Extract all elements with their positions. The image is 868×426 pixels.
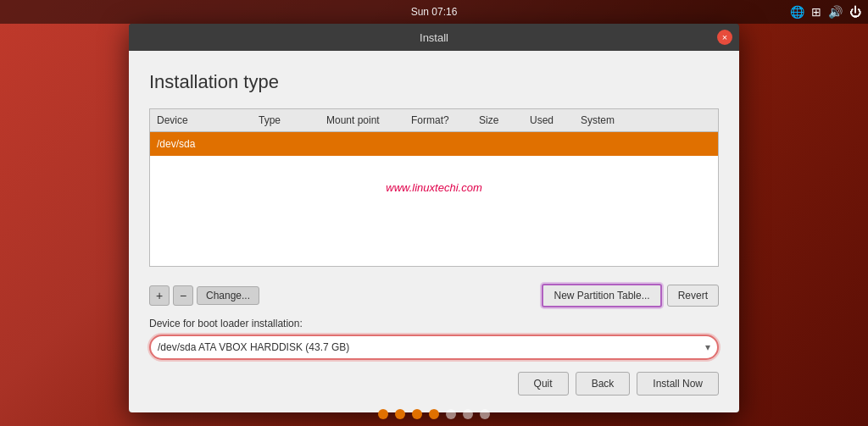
back-button[interactable]: Back — [576, 372, 631, 396]
cell-size — [472, 142, 523, 146]
table-row[interactable]: /dev/sda — [150, 132, 718, 156]
action-buttons: Quit Back Install Now — [149, 372, 719, 396]
dot-6 — [463, 409, 473, 419]
install-now-button[interactable]: Install Now — [637, 372, 719, 396]
change-partition-button[interactable]: Change... — [197, 286, 259, 305]
power-icon[interactable]: ⏻ — [849, 5, 861, 19]
new-partition-table-button[interactable]: New Partition Table... — [542, 284, 661, 307]
partition-controls-left: + − Change... — [149, 285, 259, 306]
network-icon[interactable]: ⊞ — [811, 5, 821, 19]
dots-indicator — [378, 409, 490, 419]
header-format: Format? — [404, 113, 472, 128]
cell-format — [404, 142, 472, 146]
add-partition-button[interactable]: + — [149, 285, 170, 306]
header-size: Size — [472, 113, 523, 128]
globe-icon[interactable]: 🌐 — [790, 5, 804, 19]
dot-4 — [429, 409, 439, 419]
partition-controls-right: New Partition Table... Revert — [542, 284, 719, 307]
dialog-title: Install — [420, 31, 448, 44]
partition-table-header: Device Type Mount point Format? Size Use… — [150, 109, 718, 132]
cell-system — [574, 142, 718, 146]
install-dialog: Install × Installation type Device Type … — [129, 24, 739, 412]
revert-button[interactable]: Revert — [667, 285, 719, 307]
quit-button[interactable]: Quit — [518, 372, 569, 396]
installation-title: Installation type — [149, 71, 719, 93]
bootloader-section: Device for boot loader installation: /de… — [149, 318, 719, 360]
volume-icon[interactable]: 🔊 — [828, 5, 843, 19]
cell-used — [523, 142, 574, 146]
bootloader-select-wrapper: /dev/sda ATA VBOX HARDDISK (43.7 GB) ▾ — [149, 335, 719, 360]
bootloader-label: Device for boot loader installation: — [149, 318, 719, 329]
remove-partition-button[interactable]: − — [173, 285, 193, 306]
partition-empty-area: www.linuxtechi.com — [150, 156, 718, 266]
watermark: www.linuxtechi.com — [150, 156, 718, 219]
dialog-content: Installation type Device Type Mount poin… — [129, 51, 739, 412]
topbar-right: 🌐 ⊞ 🔊 ⏻ — [790, 5, 861, 19]
dot-2 — [395, 409, 405, 419]
cell-device: /dev/sda — [150, 136, 252, 152]
header-system: System — [574, 113, 718, 128]
dialog-close-button[interactable]: × — [717, 30, 732, 45]
dot-5 — [446, 409, 456, 419]
dot-3 — [412, 409, 422, 419]
dialog-titlebar: Install × — [129, 24, 739, 51]
cell-mount — [320, 142, 404, 146]
header-mount: Mount point — [320, 113, 404, 128]
header-device: Device — [150, 113, 252, 128]
topbar-clock: Sun 07:16 — [411, 6, 458, 18]
topbar: Sun 07:16 🌐 ⊞ 🔊 ⏻ — [0, 0, 868, 24]
header-type: Type — [252, 113, 320, 128]
dot-7 — [480, 409, 490, 419]
partition-controls: + − Change... New Partition Table... Rev… — [149, 277, 719, 311]
dot-1 — [378, 409, 388, 419]
partition-table: Device Type Mount point Format? Size Use… — [149, 108, 719, 267]
header-used: Used — [523, 113, 574, 128]
bootloader-select[interactable]: /dev/sda ATA VBOX HARDDISK (43.7 GB) — [149, 335, 719, 360]
cell-type — [252, 142, 320, 146]
